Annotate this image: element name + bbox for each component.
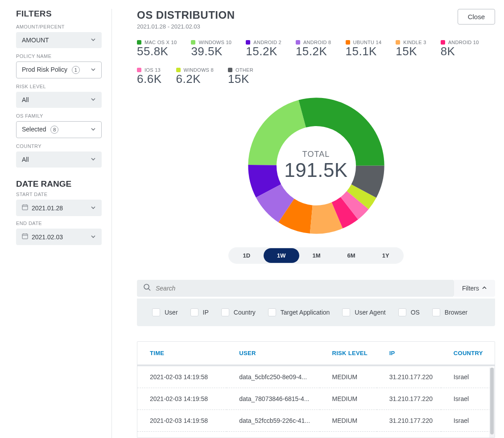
filter-chip[interactable]: User xyxy=(152,308,178,316)
range-tab-1w[interactable]: 1W xyxy=(264,248,299,263)
chevron-down-icon xyxy=(91,233,96,241)
filter-chip[interactable]: User Agent xyxy=(342,308,385,316)
legend-item[interactable]: UBUNTU 1415.1K xyxy=(346,40,382,58)
cell-ip: 31.210.177.220 xyxy=(377,365,441,388)
table-header-time[interactable]: TIME xyxy=(137,342,227,365)
filter-chip[interactable]: Country xyxy=(221,308,256,316)
policy-name-value: Prod Risk Policy xyxy=(22,66,67,73)
legend-item[interactable]: KINDLE 315K xyxy=(396,40,426,58)
chevron-up-icon xyxy=(482,285,487,292)
date-range-title: DATE RANGE xyxy=(16,179,102,189)
table-scrollbar-thumb[interactable] xyxy=(490,368,494,434)
country-select[interactable]: All xyxy=(16,151,102,168)
start-date-label: START DATE xyxy=(16,192,102,197)
chevron-down-icon xyxy=(91,37,96,44)
page-subtitle: 2021.01.28 - 2021.02.03 xyxy=(137,23,235,30)
checkbox-icon xyxy=(342,308,350,316)
legend-item[interactable]: WINDOWS 86.2K xyxy=(176,67,214,86)
cell-user: data_52fccb59-226c-41... xyxy=(227,409,319,431)
filters-toggle-label: Filters xyxy=(462,285,479,292)
chevron-down-icon xyxy=(91,205,96,212)
table-row[interactable]: 2021-02-03 14:19:58data_5cbfc250-8e09-4.… xyxy=(137,365,495,388)
legend-item[interactable]: IOS 136.6K xyxy=(137,67,162,86)
search-icon xyxy=(143,283,151,293)
cell-country: Israel xyxy=(441,409,495,431)
filters-title: FILTERS xyxy=(16,9,102,19)
cell-risk: MEDIUM xyxy=(320,365,377,388)
os-distribution-donut-chart: TOTAL 191.5K xyxy=(245,95,387,237)
end-date-picker[interactable]: 2021.02.03 xyxy=(16,229,102,245)
search-field-wrap[interactable] xyxy=(137,280,454,297)
filter-chip-label: User Agent xyxy=(355,309,385,316)
cell-time: 2021-02-03 14:19:58 xyxy=(137,388,227,409)
risk-level-select[interactable]: All xyxy=(16,92,102,108)
amount-percent-label: AMOUNT/PERCENT xyxy=(16,24,102,29)
chart-legend: MAC OS X 1055.8KWINDOWS 1039.5KANDROID 2… xyxy=(137,40,495,86)
os-family-count-badge: 8 xyxy=(50,126,58,134)
table-header-user[interactable]: USER xyxy=(227,342,319,365)
svg-rect-0 xyxy=(22,205,28,210)
chevron-down-icon xyxy=(91,66,96,74)
cell-country: Israel xyxy=(441,388,495,409)
range-tab-1d[interactable]: 1D xyxy=(229,248,264,263)
checkbox-icon xyxy=(190,308,198,316)
legend-item[interactable]: ANDROID 108K xyxy=(441,40,479,58)
checkbox-icon xyxy=(221,308,229,316)
os-family-value: Selected xyxy=(22,126,46,133)
filters-sidebar: FILTERS AMOUNT/PERCENT AMOUNT POLICY NAM… xyxy=(16,9,110,438)
legend-item[interactable]: WINDOWS 1039.5K xyxy=(191,40,231,58)
legend-value: 39.5K xyxy=(191,45,231,58)
table-header-ip[interactable]: IP xyxy=(377,342,441,365)
start-date-picker[interactable]: 2021.01.28 xyxy=(16,200,102,216)
filter-chip[interactable]: OS xyxy=(398,308,420,316)
donut-total-value: 191.5K xyxy=(284,159,347,181)
country-value: All xyxy=(22,156,29,163)
filter-chip[interactable]: Browser xyxy=(432,308,467,316)
os-family-select[interactable]: Selected 8 xyxy=(16,121,102,138)
table-row[interactable]: 2021-02-03 14:19:58data_52fccb59-226c-41… xyxy=(137,409,495,431)
legend-swatch xyxy=(346,40,350,45)
legend-item[interactable]: OTHER15K xyxy=(228,67,253,86)
range-tab-1y[interactable]: 1Y xyxy=(369,248,403,263)
legend-value: 15.2K xyxy=(246,45,281,58)
cell-time: 2021-02-03 14:19:58 xyxy=(137,409,227,431)
policy-name-select[interactable]: Prod Risk Policy 1 xyxy=(16,61,102,78)
range-tab-1m[interactable]: 1M xyxy=(299,248,334,263)
calendar-icon xyxy=(22,204,28,212)
legend-item[interactable]: ANDROID 215.2K xyxy=(246,40,281,58)
chevron-down-icon xyxy=(91,156,96,163)
legend-item[interactable]: MAC OS X 1055.8K xyxy=(137,40,177,58)
legend-value: 15K xyxy=(228,73,253,86)
legend-value: 8K xyxy=(441,45,479,58)
risk-level-value: All xyxy=(22,96,29,103)
legend-value: 6.6K xyxy=(137,73,162,86)
legend-item[interactable]: ANDROID 815.2K xyxy=(296,40,331,58)
svg-point-2 xyxy=(144,284,149,289)
risk-level-label: RISK LEVEL xyxy=(16,84,102,89)
legend-swatch xyxy=(137,40,141,45)
close-button[interactable]: Close xyxy=(458,9,495,25)
filter-chip[interactable]: Target Application xyxy=(268,308,330,316)
cell-ip: 31.210.177.220 xyxy=(377,388,441,409)
filter-chip-label: Browser xyxy=(445,309,467,316)
range-tab-6m[interactable]: 6M xyxy=(334,248,369,263)
filter-chip[interactable]: IP xyxy=(190,308,209,316)
end-date-value: 2021.02.03 xyxy=(32,233,63,241)
chevron-down-icon xyxy=(91,96,96,103)
cell-user: data_78073846-6815-4... xyxy=(227,388,319,409)
legend-swatch xyxy=(176,68,181,72)
start-date-value: 2021.01.28 xyxy=(32,205,63,212)
legend-swatch xyxy=(246,40,250,45)
legend-swatch xyxy=(441,40,445,45)
table-row[interactable]: 2021-02-03 14:19:58data_78073846-6815-4.… xyxy=(137,388,495,409)
filter-chip-label: Target Application xyxy=(281,309,330,316)
search-input[interactable] xyxy=(156,285,448,292)
checkbox-icon xyxy=(152,308,160,316)
filters-toggle[interactable]: Filters xyxy=(454,280,495,297)
amount-percent-select[interactable]: AMOUNT xyxy=(16,32,102,48)
table-header-risk-level[interactable]: RISK LEVEL xyxy=(320,342,377,365)
country-label: COUNTRY xyxy=(16,143,102,149)
legend-value: 15K xyxy=(396,45,426,58)
legend-swatch xyxy=(137,68,141,72)
table-header-country[interactable]: COUNTRY xyxy=(441,342,495,365)
